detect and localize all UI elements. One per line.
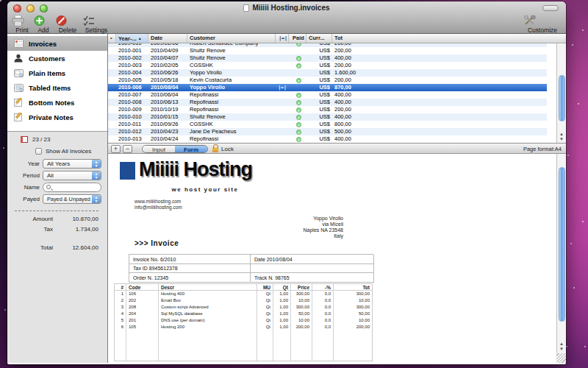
paid-check-icon: ✓ <box>296 130 301 135</box>
remove-row-button[interactable]: − <box>123 145 132 153</box>
desktop-background: Miiiii Hosting.invoices Print Add Delete… <box>0 0 588 368</box>
delete-button[interactable]: Delete <box>56 15 79 34</box>
invoice-row[interactable]: 2010-0062010/08/04Yoppo Virollo|=|US$870… <box>108 84 547 91</box>
invoice-row[interactable]: 2010-0092010/10/19Repofinassi✓US$200,00 <box>108 106 547 113</box>
add-row-button[interactable]: + <box>111 145 121 153</box>
checkbox-box[interactable] <box>35 148 42 155</box>
recipient-city: Naples NA 23548 <box>255 227 343 233</box>
add-button[interactable]: Add <box>34 15 53 34</box>
items-column: -%0,00,00,00,00,00,0 <box>312 284 334 361</box>
invoice-cell: US$ <box>306 128 332 135</box>
invoice-row[interactable]: 2010-0122010/04/23Jane De Peacheus✓US$50… <box>108 128 547 135</box>
segment-form[interactable]: Form <box>175 146 207 152</box>
segment-input[interactable]: Input <box>143 146 175 152</box>
payed-popup[interactable]: Payed & Unpayed▲▼ <box>43 194 101 204</box>
resize-grip[interactable] <box>556 353 566 363</box>
invoice-cell: Repofinassi <box>187 106 276 113</box>
paid-check-icon: ✓ <box>296 107 301 113</box>
amount-value: 10.870,00 <box>72 216 98 222</box>
invoice-row[interactable]: 2010-0052010/05/18Kevin Costacurta✓US$20… <box>108 77 547 84</box>
invoice-row[interactable]: 2010-0042010/06/26Yoppo VirolloUS$1.600,… <box>108 69 547 77</box>
item-cell: 300,00 <box>291 291 312 297</box>
invoice-cell: ✓ <box>289 91 306 99</box>
show-all-invoices-checkbox[interactable]: Show All Invoices <box>35 148 91 155</box>
items-table: #123456 Code106202208204201105 DescrHost… <box>114 283 373 361</box>
header-total[interactable]: Tot <box>332 34 566 43</box>
period-popup[interactable]: All▲▼ <box>43 171 101 180</box>
header-paid[interactable]: Paid <box>289 34 306 43</box>
invoice-row[interactable]: 2010-0082010/06/13Repofinassi✓US$400,00 <box>108 99 547 106</box>
invoice-cell: CGSSHK <box>187 121 276 128</box>
settings-button[interactable]: Settings <box>82 15 110 34</box>
invoice-cell: 2010-011 <box>116 121 148 128</box>
item-cell: Custom script Advanced <box>159 304 257 311</box>
invoice-cell: US$ <box>306 54 332 62</box>
invoice-cell: 400,00 <box>332 99 547 106</box>
item-cell: 105 <box>126 324 158 330</box>
item-cell: 1,00 <box>273 311 290 317</box>
invoices-icon <box>13 38 24 49</box>
items-header: Tot <box>334 284 372 291</box>
toolbar-toggle-button[interactable] <box>542 5 559 11</box>
toolbar: Print Add Delete Settings Customize <box>7 15 566 34</box>
divider <box>15 210 98 211</box>
invoice-cell <box>108 77 116 84</box>
scrollbar-thumb[interactable] <box>559 167 565 322</box>
customize-button[interactable]: Customize <box>523 15 562 34</box>
invoice-cell: 2010/10/19 <box>148 106 187 113</box>
paid-check-icon: ✓ <box>296 115 301 120</box>
header-number[interactable]: Year-... ▲ <box>116 34 148 43</box>
invoice-row[interactable]: 2010-0012010/04/09Shultz RenoveUS$200,00 <box>108 47 547 54</box>
paid-check-icon: ✓ <box>296 56 301 61</box>
name-search-input[interactable] <box>43 183 101 192</box>
invoice-cell: |=| <box>276 84 289 91</box>
invoice-row[interactable]: 2010-0102010/01/15Shultz Renove✓US$400,0… <box>108 113 547 121</box>
window-title: Miiiii Hosting.invoices <box>7 4 566 12</box>
sidebar-item-plain-items[interactable]: Plain Items <box>7 66 107 80</box>
sidebar-item-private-notes[interactable]: Private Notes <box>7 110 107 124</box>
header-customer[interactable]: Customer <box>187 34 276 43</box>
page-format-label: Page format:A4 <box>523 146 562 152</box>
invoice-cell: Repofinassi <box>187 99 276 106</box>
detail-track: Track N. 98765 <box>251 273 374 283</box>
invoice-details-table: Invoice No. 6/2010 Date 2010/08/04 Tax I… <box>129 254 373 283</box>
tabled-items-icon <box>13 82 24 93</box>
invoice-cell: 2010-010 <box>116 113 148 121</box>
invoice-cell: US$ <box>306 77 332 84</box>
scrollbar-arrows[interactable]: ▲▼ <box>557 342 566 352</box>
header-date[interactable]: Date <box>148 34 187 43</box>
item-cell: 5 <box>115 317 126 324</box>
invoice-list-scrollbar[interactable]: ▲▼ <box>556 43 566 143</box>
year-popup[interactable]: All Years▲▼ <box>43 159 101 169</box>
invoice-row[interactable]: 2010-0072010/06/04Repofinassi✓US$400,00 <box>108 91 547 99</box>
invoice-cell: Jane De Peacheus <box>187 128 276 135</box>
header-marker[interactable]: • <box>108 34 116 43</box>
paid-check-icon: ✓ <box>296 137 301 142</box>
header-attach[interactable]: |=| <box>276 34 289 43</box>
invoice-row[interactable]: 2010-0032010/02/05CGSSHK✓US$200,00 <box>108 62 547 69</box>
sidebar-item-customers[interactable]: Customers <box>7 51 107 66</box>
invoice-cell <box>108 62 116 69</box>
header-currency[interactable]: Curr... <box>306 34 332 43</box>
invoice-cell: 2010-001 <box>116 47 148 54</box>
lock-toggle[interactable]: Lock <box>212 145 234 152</box>
window-chrome: Miiiii Hosting.invoices Print Add Delete… <box>7 1 566 34</box>
print-button[interactable]: Print <box>12 15 32 34</box>
detail-tax-id: Tax ID 8945612378 <box>129 264 251 274</box>
preview-scrollbar[interactable]: ▲▼ <box>556 154 566 363</box>
invoice-row[interactable]: 2010-0132010/04/24Repofinassi✓US$400,00 <box>108 135 547 143</box>
sidebar-item-label: Private Notes <box>29 113 74 121</box>
sidebar-item-invoices[interactable]: Invoices <box>7 36 107 51</box>
invoice-cell: 2010/09/26 <box>148 121 187 128</box>
title-bar[interactable]: Miiiii Hosting.invoices <box>7 1 566 15</box>
item-cell: 1,00 <box>273 297 290 304</box>
invoice-cell <box>276 62 289 69</box>
sidebar-item-tabled-items[interactable]: Tabled Items <box>7 80 107 95</box>
invoice-cell <box>108 54 116 62</box>
item-cell: 0,0 <box>312 317 333 324</box>
scrollbar-arrows[interactable]: ▲▼ <box>557 132 566 142</box>
invoice-row[interactable]: 2010-0112010/09/26CGSSHK✓US$800,00 <box>108 121 547 128</box>
scrollbar-thumb[interactable] <box>559 75 565 121</box>
sidebar-item-bottom-notes[interactable]: Bottom Notes <box>7 95 107 110</box>
invoice-row[interactable]: 2010-0022010/04/07Shultz Renove✓US$400,0… <box>108 54 547 62</box>
